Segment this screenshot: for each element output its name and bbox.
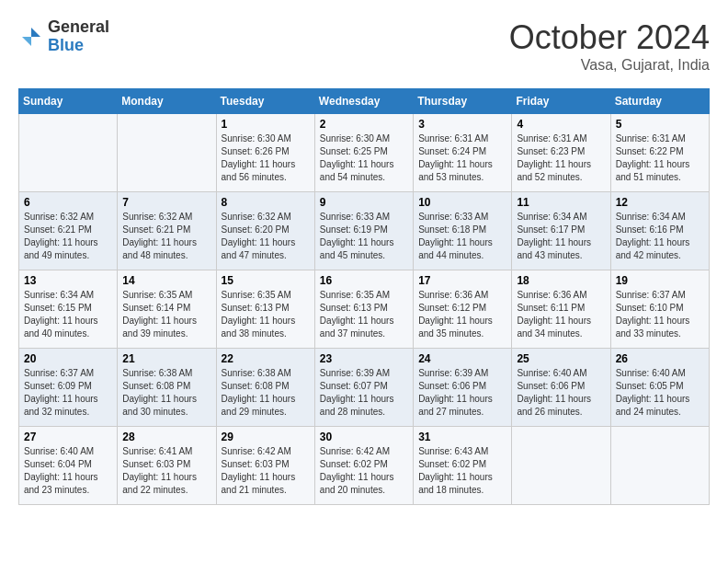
calendar-header: Sunday Monday Tuesday Wednesday Thursday… [19,89,710,114]
calendar-week-2: 6Sunrise: 6:32 AM Sunset: 6:21 PM Daylig… [19,192,710,270]
calendar-cell: 3Sunrise: 6:31 AM Sunset: 6:24 PM Daylig… [414,114,512,192]
calendar-cell: 2Sunrise: 6:30 AM Sunset: 6:25 PM Daylig… [314,114,413,192]
day-info: Sunrise: 6:40 AM Sunset: 6:06 PM Dayligh… [517,367,605,419]
header-tuesday: Tuesday [216,89,314,114]
day-number: 2 [320,118,408,131]
day-info: Sunrise: 6:34 AM Sunset: 6:15 PM Dayligh… [24,289,112,340]
calendar-cell: 13Sunrise: 6:34 AM Sunset: 6:15 PM Dayli… [19,270,118,349]
header-friday: Friday [512,89,610,114]
day-info: Sunrise: 6:30 AM Sunset: 6:25 PM Dayligh… [320,132,408,184]
day-number: 23 [320,352,408,365]
day-info: Sunrise: 6:41 AM Sunset: 6:03 PM Dayligh… [122,445,210,497]
calendar-cell: 5Sunrise: 6:31 AM Sunset: 6:22 PM Daylig… [610,114,709,192]
day-number: 16 [320,274,408,287]
day-number: 31 [418,431,506,443]
day-info: Sunrise: 6:37 AM Sunset: 6:09 PM Dayligh… [24,367,112,419]
calendar-cell: 19Sunrise: 6:37 AM Sunset: 6:10 PM Dayli… [610,270,709,349]
month-title: October 2024 [509,18,710,57]
day-info: Sunrise: 6:38 AM Sunset: 6:08 PM Dayligh… [222,367,310,419]
day-info: Sunrise: 6:31 AM Sunset: 6:24 PM Dayligh… [418,132,506,184]
calendar-cell: 31Sunrise: 6:43 AM Sunset: 6:02 PM Dayli… [414,427,512,505]
day-info: Sunrise: 6:32 AM Sunset: 6:21 PM Dayligh… [24,211,112,262]
day-info: Sunrise: 6:40 AM Sunset: 6:05 PM Dayligh… [616,367,704,419]
day-info: Sunrise: 6:42 AM Sunset: 6:02 PM Dayligh… [320,445,408,497]
header-sunday: Sunday [19,89,118,114]
day-number: 12 [616,196,704,209]
header-thursday: Thursday [414,89,512,114]
calendar-cell: 15Sunrise: 6:35 AM Sunset: 6:13 PM Dayli… [216,270,314,349]
header-saturday: Saturday [610,89,709,114]
header-wednesday: Wednesday [314,89,413,114]
calendar-cell: 14Sunrise: 6:35 AM Sunset: 6:14 PM Dayli… [118,270,216,349]
logo: General Blue [18,18,109,55]
calendar-week-4: 20Sunrise: 6:37 AM Sunset: 6:09 PM Dayli… [19,349,710,427]
day-info: Sunrise: 6:36 AM Sunset: 6:12 PM Dayligh… [418,289,506,340]
calendar-cell: 27Sunrise: 6:40 AM Sunset: 6:04 PM Dayli… [19,427,118,505]
day-info: Sunrise: 6:38 AM Sunset: 6:08 PM Dayligh… [122,367,210,419]
calendar-cell [610,427,709,505]
header-monday: Monday [118,89,216,114]
day-info: Sunrise: 6:39 AM Sunset: 6:06 PM Dayligh… [418,367,506,419]
day-number: 13 [24,274,112,287]
logo-blue: Blue [48,37,109,55]
calendar-cell: 25Sunrise: 6:40 AM Sunset: 6:06 PM Dayli… [512,349,610,427]
day-number: 21 [122,352,210,365]
calendar-cell: 28Sunrise: 6:41 AM Sunset: 6:03 PM Dayli… [118,427,216,505]
day-info: Sunrise: 6:33 AM Sunset: 6:18 PM Dayligh… [418,211,506,262]
calendar-cell: 29Sunrise: 6:42 AM Sunset: 6:03 PM Dayli… [216,427,314,505]
location: Vasa, Gujarat, India [509,57,710,74]
day-number: 27 [24,431,112,443]
day-number: 15 [222,274,310,287]
day-info: Sunrise: 6:36 AM Sunset: 6:11 PM Dayligh… [517,289,605,340]
day-number: 30 [320,431,408,443]
day-number: 11 [517,196,605,209]
day-number: 18 [517,274,605,287]
calendar-week-1: 1Sunrise: 6:30 AM Sunset: 6:26 PM Daylig… [19,114,710,192]
calendar-cell [118,114,216,192]
calendar-cell: 24Sunrise: 6:39 AM Sunset: 6:06 PM Dayli… [414,349,512,427]
calendar-cell: 20Sunrise: 6:37 AM Sunset: 6:09 PM Dayli… [19,349,118,427]
svg-marker-1 [22,37,31,46]
calendar-cell: 9Sunrise: 6:33 AM Sunset: 6:19 PM Daylig… [314,192,413,270]
page-header: General Blue October 2024 Vasa, Gujarat,… [18,18,710,74]
day-number: 22 [222,352,310,365]
calendar-cell: 26Sunrise: 6:40 AM Sunset: 6:05 PM Dayli… [610,349,709,427]
day-info: Sunrise: 6:34 AM Sunset: 6:16 PM Dayligh… [616,211,704,262]
day-number: 4 [517,118,605,131]
day-number: 5 [616,118,704,131]
logo-text: General Blue [48,18,109,55]
header-row: Sunday Monday Tuesday Wednesday Thursday… [19,89,710,114]
calendar-cell: 18Sunrise: 6:36 AM Sunset: 6:11 PM Dayli… [512,270,610,349]
calendar-body: 1Sunrise: 6:30 AM Sunset: 6:26 PM Daylig… [19,114,710,505]
day-info: Sunrise: 6:32 AM Sunset: 6:21 PM Dayligh… [122,211,210,262]
day-info: Sunrise: 6:33 AM Sunset: 6:19 PM Dayligh… [320,211,408,262]
calendar-cell [512,427,610,505]
logo-general: General [48,18,109,37]
day-number: 10 [418,196,506,209]
day-number: 26 [616,352,704,365]
calendar-table: Sunday Monday Tuesday Wednesday Thursday… [18,88,710,505]
calendar-cell: 30Sunrise: 6:42 AM Sunset: 6:02 PM Dayli… [314,427,413,505]
day-info: Sunrise: 6:42 AM Sunset: 6:03 PM Dayligh… [222,445,310,497]
title-block: October 2024 Vasa, Gujarat, India [509,18,710,74]
day-info: Sunrise: 6:34 AM Sunset: 6:17 PM Dayligh… [517,211,605,262]
day-info: Sunrise: 6:37 AM Sunset: 6:10 PM Dayligh… [616,289,704,340]
day-number: 20 [24,352,112,365]
day-info: Sunrise: 6:31 AM Sunset: 6:22 PM Dayligh… [616,132,704,184]
calendar-cell: 16Sunrise: 6:35 AM Sunset: 6:13 PM Dayli… [314,270,413,349]
calendar-cell: 21Sunrise: 6:38 AM Sunset: 6:08 PM Dayli… [118,349,216,427]
day-info: Sunrise: 6:39 AM Sunset: 6:07 PM Dayligh… [320,367,408,419]
calendar-cell: 10Sunrise: 6:33 AM Sunset: 6:18 PM Dayli… [414,192,512,270]
day-number: 19 [616,274,704,287]
day-info: Sunrise: 6:35 AM Sunset: 6:13 PM Dayligh… [222,289,310,340]
calendar-cell: 17Sunrise: 6:36 AM Sunset: 6:12 PM Dayli… [414,270,512,349]
day-number: 24 [418,352,506,365]
day-number: 7 [122,196,210,209]
calendar-cell: 12Sunrise: 6:34 AM Sunset: 6:16 PM Dayli… [610,192,709,270]
svg-marker-0 [31,28,40,37]
day-info: Sunrise: 6:40 AM Sunset: 6:04 PM Dayligh… [24,445,112,497]
day-number: 14 [122,274,210,287]
calendar-cell: 4Sunrise: 6:31 AM Sunset: 6:23 PM Daylig… [512,114,610,192]
day-number: 8 [222,196,310,209]
day-number: 9 [320,196,408,209]
